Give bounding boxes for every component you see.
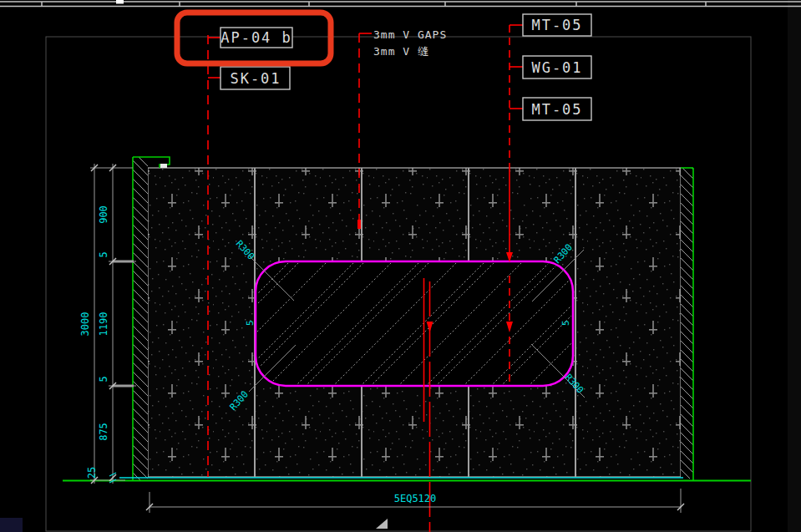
right-jamb-column xyxy=(681,168,693,480)
note-gap-en: 3mm V GAPS xyxy=(373,28,447,41)
glass-gap-left: 5 xyxy=(245,320,256,326)
status-strip-fragment xyxy=(0,518,23,532)
glass-gap-right: 5 xyxy=(560,320,571,326)
note-gap-cn: 3mm V 缝 xyxy=(373,45,429,58)
sheet-top-marker xyxy=(116,0,124,4)
dim-seg-5a: 5 xyxy=(98,251,109,257)
callout-mt05-bottom[interactable]: MT-05 xyxy=(531,101,582,118)
dim-seg-5b: 5 xyxy=(98,376,109,382)
dim-seg-25: 25 xyxy=(86,467,98,479)
cap-detail-marker xyxy=(160,164,167,168)
callout-ap04b[interactable]: AP-04 b xyxy=(221,29,292,46)
callout-sk01[interactable]: SK-01 xyxy=(230,70,281,87)
dim-overall-height: 3000 xyxy=(79,312,91,337)
dim-seg-875: 875 xyxy=(98,423,109,441)
cad-canvas[interactable]: R300 R300 R300 R300 5 5 xyxy=(0,0,801,532)
callout-wg01[interactable]: WG-01 xyxy=(531,59,582,76)
dim-bottom-width: 5EQ5120 xyxy=(394,493,437,504)
right-edge-strip xyxy=(788,0,801,532)
dim-seg-900: 900 xyxy=(98,205,109,224)
callout-mt05-top[interactable]: MT-05 xyxy=(531,17,582,33)
cad-viewport[interactable]: R300 R300 R300 R300 5 5 xyxy=(0,0,801,532)
dim-seg-1190: 1190 xyxy=(98,312,109,337)
